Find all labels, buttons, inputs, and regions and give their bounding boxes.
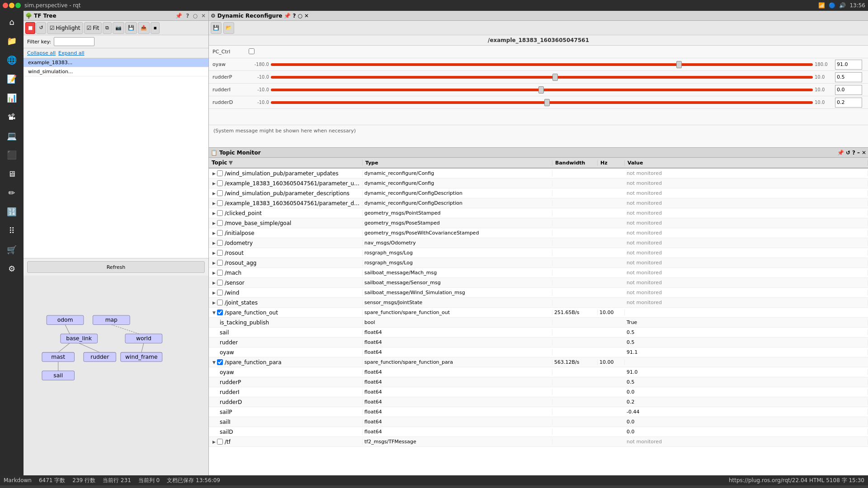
- col-header-topic[interactable]: Topic ▼: [209, 160, 363, 166]
- param-checkbox[interactable]: [249, 48, 258, 56]
- dock-icon-spreadsheet[interactable]: 📊: [3, 89, 21, 107]
- tree-item[interactable]: wind_simulation...: [24, 67, 208, 76]
- topic-pin-btn[interactable]: 📌: [837, 150, 844, 156]
- slider-thumb[interactable]: [538, 86, 544, 94]
- slider-track[interactable]: [271, 63, 813, 66]
- dock-icon-pc-control[interactable]: 🖥: [3, 164, 21, 183]
- tree-item[interactable]: example_18383...: [24, 58, 208, 67]
- dock-icon-amazon[interactable]: 🛒: [3, 240, 21, 258]
- copy-btn[interactable]: ⧉: [103, 22, 112, 34]
- dyn-pin-btn[interactable]: 📌: [284, 13, 291, 19]
- dyn-load-btn[interactable]: 📂: [223, 22, 234, 34]
- expand-arrow[interactable]: ▶: [212, 191, 216, 196]
- dock-icon-settings[interactable]: ⚙: [3, 259, 21, 277]
- save-btn[interactable]: 💾: [125, 22, 137, 34]
- expand-arrow[interactable]: ▼: [212, 310, 216, 315]
- expand-arrow[interactable]: ▶: [212, 281, 216, 285]
- topic-checkbox[interactable]: [217, 200, 223, 206]
- expand-arrow[interactable]: ▶: [212, 171, 216, 176]
- param-value-input[interactable]: [835, 98, 862, 108]
- dock-icon-editor[interactable]: 📝: [3, 70, 21, 88]
- topic-checkbox[interactable]: [217, 170, 223, 176]
- slider-thumb[interactable]: [544, 99, 550, 106]
- topic-checkbox[interactable]: [217, 220, 223, 226]
- refresh-btn[interactable]: ↺: [36, 22, 46, 34]
- expand-arrow[interactable]: ▶: [212, 231, 216, 235]
- expand-arrow[interactable]: ▶: [212, 271, 216, 275]
- topic-checkbox[interactable]: [217, 210, 223, 216]
- collapse-all-link[interactable]: Collapse all: [27, 50, 56, 56]
- expand-arrow[interactable]: ▶: [212, 241, 216, 245]
- monitor-btn[interactable]: ▪: [151, 22, 159, 34]
- expand-arrow[interactable]: ▶: [212, 251, 216, 255]
- dock-icon-pen[interactable]: ✏: [3, 183, 21, 202]
- dyn-save-btn[interactable]: 💾: [211, 22, 222, 34]
- param-value-input[interactable]: [835, 60, 862, 70]
- expand-arrow[interactable]: ▶: [212, 261, 216, 265]
- col-header-type[interactable]: Type: [363, 160, 552, 166]
- expand-arrow[interactable]: ▶: [212, 181, 216, 186]
- slider-thumb[interactable]: [676, 61, 682, 68]
- window-controls[interactable]: [3, 3, 21, 8]
- dock-icon-code[interactable]: 💻: [3, 127, 21, 145]
- highlight-btn[interactable]: ☑ Highlight: [47, 22, 83, 34]
- slider-track[interactable]: [271, 76, 813, 79]
- expand-arrow[interactable]: ▶: [212, 291, 216, 295]
- slider-thumb[interactable]: [552, 74, 558, 81]
- col-header-bw[interactable]: Bandwidth: [552, 160, 598, 166]
- tf-detach-btn[interactable]: ○: [192, 13, 198, 19]
- dock-icon-browser[interactable]: 🌐: [3, 51, 21, 69]
- expand-arrow[interactable]: ▶: [212, 300, 216, 305]
- topic-checkbox[interactable]: [217, 190, 223, 196]
- topic-checkbox[interactable]: [217, 250, 223, 256]
- dyn-close-btn[interactable]: ✕: [304, 13, 309, 19]
- dock-icon-calc[interactable]: 🔢: [3, 202, 21, 221]
- expand-arrow[interactable]: ▶: [212, 211, 216, 216]
- refresh-button[interactable]: Refresh: [27, 261, 205, 273]
- expand-arrow[interactable]: ▶: [212, 201, 216, 206]
- slider-track[interactable]: [271, 101, 813, 104]
- screenshot-btn[interactable]: 📷: [113, 22, 124, 34]
- export-btn[interactable]: 📤: [138, 22, 150, 34]
- stop-btn[interactable]: ■: [25, 22, 35, 34]
- param-value-input[interactable]: [835, 85, 862, 95]
- expand-arrow[interactable]: ▶: [212, 221, 216, 225]
- topic-close-btn[interactable]: ✕: [862, 150, 866, 156]
- param-value-input[interactable]: [835, 72, 862, 82]
- topic-checkbox[interactable]: [217, 310, 223, 315]
- col-header-hz[interactable]: Hz: [598, 160, 625, 166]
- dyn-detach-btn[interactable]: ○: [297, 13, 302, 19]
- dock-icon-files[interactable]: 📁: [3, 32, 21, 50]
- tf-help-btn[interactable]: ?: [185, 13, 190, 19]
- topic-checkbox[interactable]: [217, 280, 223, 286]
- expand-arrow[interactable]: ▼: [212, 360, 216, 365]
- topic-checkbox[interactable]: [217, 240, 223, 246]
- topic-checkbox[interactable]: [217, 180, 223, 186]
- topic-checkbox[interactable]: [217, 270, 223, 276]
- dyn-help-btn[interactable]: ?: [292, 13, 296, 19]
- topic-refresh-btn[interactable]: ↺: [846, 150, 850, 156]
- expand-arrow[interactable]: ▶: [212, 440, 216, 444]
- topic-checkbox[interactable]: [217, 260, 223, 266]
- topic-checkbox[interactable]: [217, 439, 223, 445]
- dock-icon-terminal[interactable]: ⬛: [3, 145, 21, 164]
- topic-checkbox[interactable]: [217, 290, 223, 296]
- max-btn[interactable]: [15, 3, 21, 8]
- min-btn[interactable]: [9, 3, 14, 8]
- filter-input[interactable]: [54, 37, 94, 46]
- topic-checkbox[interactable]: [217, 359, 223, 365]
- param-checkbox-input[interactable]: [249, 48, 255, 54]
- tf-close-btn[interactable]: ✕: [200, 13, 207, 19]
- topic-detach-btn[interactable]: –: [857, 150, 860, 156]
- topic-checkbox[interactable]: [217, 230, 223, 236]
- slider-track[interactable]: [271, 89, 813, 91]
- dock-icon-home[interactable]: ⌂: [3, 13, 21, 31]
- expand-all-link[interactable]: Expand all: [58, 50, 85, 56]
- dock-icon-apps[interactable]: ⠿: [3, 221, 21, 239]
- topic-checkbox[interactable]: [217, 300, 223, 305]
- fit-btn[interactable]: ☑ Fit: [84, 22, 102, 34]
- topic-help-btn[interactable]: ?: [852, 150, 855, 156]
- dock-icon-presentation[interactable]: 📽: [3, 108, 21, 126]
- tf-pin-btn[interactable]: 📌: [175, 13, 183, 19]
- close-btn[interactable]: [3, 3, 8, 8]
